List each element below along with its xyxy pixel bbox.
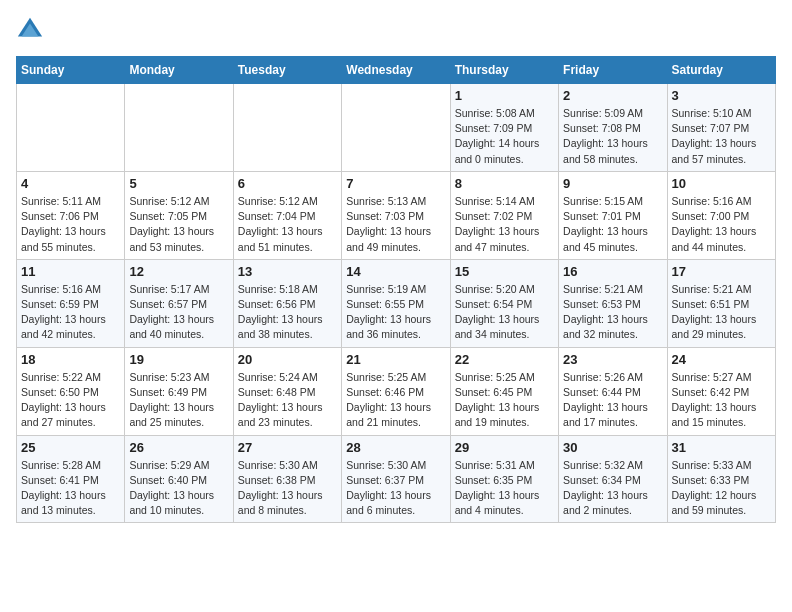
calendar-cell: 8Sunrise: 5:14 AM Sunset: 7:02 PM Daylig…	[450, 171, 558, 259]
day-number: 8	[455, 176, 554, 191]
calendar-cell: 1Sunrise: 5:08 AM Sunset: 7:09 PM Daylig…	[450, 84, 558, 172]
calendar-cell: 13Sunrise: 5:18 AM Sunset: 6:56 PM Dayli…	[233, 259, 341, 347]
weekday-header-saturday: Saturday	[667, 57, 775, 84]
day-info: Sunrise: 5:29 AM Sunset: 6:40 PM Dayligh…	[129, 458, 228, 519]
calendar-cell: 31Sunrise: 5:33 AM Sunset: 6:33 PM Dayli…	[667, 435, 775, 523]
day-number: 4	[21, 176, 120, 191]
calendar-cell: 24Sunrise: 5:27 AM Sunset: 6:42 PM Dayli…	[667, 347, 775, 435]
day-number: 6	[238, 176, 337, 191]
day-number: 19	[129, 352, 228, 367]
day-info: Sunrise: 5:21 AM Sunset: 6:53 PM Dayligh…	[563, 282, 662, 343]
calendar-cell	[342, 84, 450, 172]
page-header	[16, 16, 776, 44]
weekday-header-row: SundayMondayTuesdayWednesdayThursdayFrid…	[17, 57, 776, 84]
day-info: Sunrise: 5:21 AM Sunset: 6:51 PM Dayligh…	[672, 282, 771, 343]
calendar-week-row: 18Sunrise: 5:22 AM Sunset: 6:50 PM Dayli…	[17, 347, 776, 435]
day-info: Sunrise: 5:25 AM Sunset: 6:46 PM Dayligh…	[346, 370, 445, 431]
weekday-header-monday: Monday	[125, 57, 233, 84]
day-info: Sunrise: 5:12 AM Sunset: 7:04 PM Dayligh…	[238, 194, 337, 255]
calendar-cell: 14Sunrise: 5:19 AM Sunset: 6:55 PM Dayli…	[342, 259, 450, 347]
calendar-cell: 2Sunrise: 5:09 AM Sunset: 7:08 PM Daylig…	[559, 84, 667, 172]
day-number: 14	[346, 264, 445, 279]
calendar-cell: 11Sunrise: 5:16 AM Sunset: 6:59 PM Dayli…	[17, 259, 125, 347]
calendar-cell: 26Sunrise: 5:29 AM Sunset: 6:40 PM Dayli…	[125, 435, 233, 523]
calendar-cell: 18Sunrise: 5:22 AM Sunset: 6:50 PM Dayli…	[17, 347, 125, 435]
calendar-table: SundayMondayTuesdayWednesdayThursdayFrid…	[16, 56, 776, 523]
day-number: 28	[346, 440, 445, 455]
calendar-cell: 12Sunrise: 5:17 AM Sunset: 6:57 PM Dayli…	[125, 259, 233, 347]
day-number: 30	[563, 440, 662, 455]
day-number: 31	[672, 440, 771, 455]
calendar-week-row: 1Sunrise: 5:08 AM Sunset: 7:09 PM Daylig…	[17, 84, 776, 172]
day-info: Sunrise: 5:11 AM Sunset: 7:06 PM Dayligh…	[21, 194, 120, 255]
weekday-header-thursday: Thursday	[450, 57, 558, 84]
day-number: 25	[21, 440, 120, 455]
calendar-week-row: 25Sunrise: 5:28 AM Sunset: 6:41 PM Dayli…	[17, 435, 776, 523]
calendar-week-row: 4Sunrise: 5:11 AM Sunset: 7:06 PM Daylig…	[17, 171, 776, 259]
day-info: Sunrise: 5:20 AM Sunset: 6:54 PM Dayligh…	[455, 282, 554, 343]
weekday-header-friday: Friday	[559, 57, 667, 84]
day-info: Sunrise: 5:23 AM Sunset: 6:49 PM Dayligh…	[129, 370, 228, 431]
day-info: Sunrise: 5:09 AM Sunset: 7:08 PM Dayligh…	[563, 106, 662, 167]
day-number: 13	[238, 264, 337, 279]
logo	[16, 16, 48, 44]
day-info: Sunrise: 5:30 AM Sunset: 6:37 PM Dayligh…	[346, 458, 445, 519]
day-info: Sunrise: 5:32 AM Sunset: 6:34 PM Dayligh…	[563, 458, 662, 519]
calendar-cell: 17Sunrise: 5:21 AM Sunset: 6:51 PM Dayli…	[667, 259, 775, 347]
day-info: Sunrise: 5:22 AM Sunset: 6:50 PM Dayligh…	[21, 370, 120, 431]
day-number: 27	[238, 440, 337, 455]
calendar-cell	[233, 84, 341, 172]
calendar-cell: 30Sunrise: 5:32 AM Sunset: 6:34 PM Dayli…	[559, 435, 667, 523]
day-info: Sunrise: 5:17 AM Sunset: 6:57 PM Dayligh…	[129, 282, 228, 343]
calendar-cell: 16Sunrise: 5:21 AM Sunset: 6:53 PM Dayli…	[559, 259, 667, 347]
calendar-cell: 20Sunrise: 5:24 AM Sunset: 6:48 PM Dayli…	[233, 347, 341, 435]
day-number: 26	[129, 440, 228, 455]
day-info: Sunrise: 5:31 AM Sunset: 6:35 PM Dayligh…	[455, 458, 554, 519]
day-number: 17	[672, 264, 771, 279]
day-number: 15	[455, 264, 554, 279]
day-number: 29	[455, 440, 554, 455]
day-number: 12	[129, 264, 228, 279]
calendar-cell: 5Sunrise: 5:12 AM Sunset: 7:05 PM Daylig…	[125, 171, 233, 259]
day-number: 11	[21, 264, 120, 279]
calendar-cell: 10Sunrise: 5:16 AM Sunset: 7:00 PM Dayli…	[667, 171, 775, 259]
day-info: Sunrise: 5:16 AM Sunset: 6:59 PM Dayligh…	[21, 282, 120, 343]
day-number: 2	[563, 88, 662, 103]
day-number: 5	[129, 176, 228, 191]
day-number: 23	[563, 352, 662, 367]
day-number: 20	[238, 352, 337, 367]
day-number: 16	[563, 264, 662, 279]
logo-icon	[16, 16, 44, 44]
calendar-cell: 15Sunrise: 5:20 AM Sunset: 6:54 PM Dayli…	[450, 259, 558, 347]
day-info: Sunrise: 5:15 AM Sunset: 7:01 PM Dayligh…	[563, 194, 662, 255]
day-info: Sunrise: 5:28 AM Sunset: 6:41 PM Dayligh…	[21, 458, 120, 519]
day-info: Sunrise: 5:12 AM Sunset: 7:05 PM Dayligh…	[129, 194, 228, 255]
day-info: Sunrise: 5:16 AM Sunset: 7:00 PM Dayligh…	[672, 194, 771, 255]
calendar-cell	[125, 84, 233, 172]
weekday-header-sunday: Sunday	[17, 57, 125, 84]
day-info: Sunrise: 5:33 AM Sunset: 6:33 PM Dayligh…	[672, 458, 771, 519]
calendar-cell: 23Sunrise: 5:26 AM Sunset: 6:44 PM Dayli…	[559, 347, 667, 435]
calendar-cell: 29Sunrise: 5:31 AM Sunset: 6:35 PM Dayli…	[450, 435, 558, 523]
day-info: Sunrise: 5:25 AM Sunset: 6:45 PM Dayligh…	[455, 370, 554, 431]
day-info: Sunrise: 5:26 AM Sunset: 6:44 PM Dayligh…	[563, 370, 662, 431]
day-number: 18	[21, 352, 120, 367]
day-info: Sunrise: 5:10 AM Sunset: 7:07 PM Dayligh…	[672, 106, 771, 167]
day-info: Sunrise: 5:27 AM Sunset: 6:42 PM Dayligh…	[672, 370, 771, 431]
day-info: Sunrise: 5:18 AM Sunset: 6:56 PM Dayligh…	[238, 282, 337, 343]
calendar-body: 1Sunrise: 5:08 AM Sunset: 7:09 PM Daylig…	[17, 84, 776, 523]
day-number: 22	[455, 352, 554, 367]
calendar-cell: 9Sunrise: 5:15 AM Sunset: 7:01 PM Daylig…	[559, 171, 667, 259]
weekday-header-tuesday: Tuesday	[233, 57, 341, 84]
day-info: Sunrise: 5:08 AM Sunset: 7:09 PM Dayligh…	[455, 106, 554, 167]
calendar-cell: 6Sunrise: 5:12 AM Sunset: 7:04 PM Daylig…	[233, 171, 341, 259]
day-number: 21	[346, 352, 445, 367]
day-info: Sunrise: 5:13 AM Sunset: 7:03 PM Dayligh…	[346, 194, 445, 255]
day-info: Sunrise: 5:14 AM Sunset: 7:02 PM Dayligh…	[455, 194, 554, 255]
calendar-cell: 21Sunrise: 5:25 AM Sunset: 6:46 PM Dayli…	[342, 347, 450, 435]
calendar-cell: 22Sunrise: 5:25 AM Sunset: 6:45 PM Dayli…	[450, 347, 558, 435]
day-number: 24	[672, 352, 771, 367]
calendar-cell: 25Sunrise: 5:28 AM Sunset: 6:41 PM Dayli…	[17, 435, 125, 523]
calendar-cell: 28Sunrise: 5:30 AM Sunset: 6:37 PM Dayli…	[342, 435, 450, 523]
day-info: Sunrise: 5:19 AM Sunset: 6:55 PM Dayligh…	[346, 282, 445, 343]
